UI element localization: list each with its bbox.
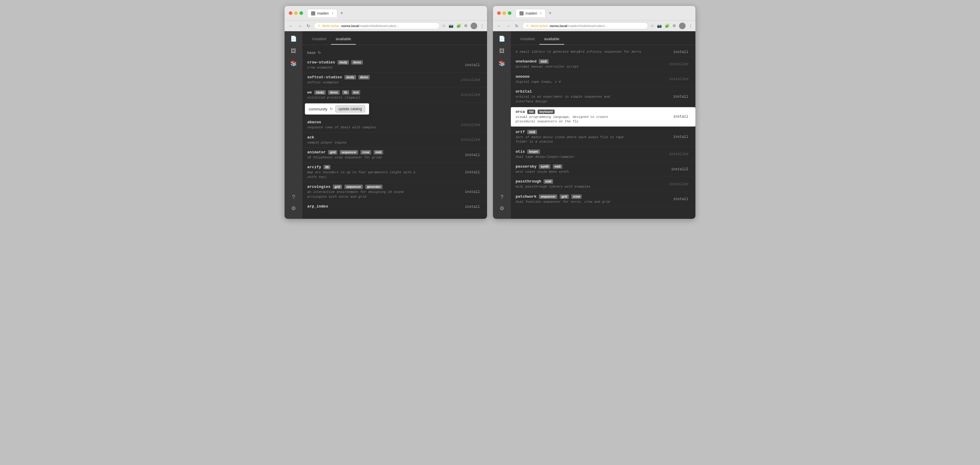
screenshot-icon-1[interactable]: 📷 [449,24,453,28]
tag-midi-onehanded: midi [539,59,549,64]
install-btn-passersby[interactable]: install2 [669,167,690,172]
forward-button-1[interactable]: → [296,23,303,29]
tab-available-1[interactable]: available [331,35,356,45]
tab-close-1[interactable]: × [332,12,333,15]
avatar-2[interactable] [679,22,686,29]
avatar-1[interactable] [471,22,477,29]
address-input-1[interactable]: ⚠ Nicht sicher norns.local/maiden/#edit/… [314,22,440,29]
bookmark-icon-1[interactable]: ☆ [442,24,445,28]
bookmark-icon-2[interactable]: ☆ [651,24,654,28]
package-info-patchwork: patchwork sequencer grid crow dual funct… [515,194,671,204]
tag-grid-patchwork: grid [560,194,569,199]
sidebar-settings-icon-2[interactable]: ⚙ [500,205,504,212]
main-tab-2[interactable]: maiden × [515,9,546,17]
not-secure-label-2: Nicht sicher [531,24,548,28]
sidebar-help-icon-2[interactable]: ? [500,194,503,201]
main-tab-1[interactable]: maiden × [307,9,337,17]
package-info-oooooo: oooooo digital tape loops, x 6 [515,75,667,84]
address-bar-2: ← → ↻ ⚠ Nicht sicher norns.local/maiden/… [493,21,695,31]
refresh-button-2[interactable]: ↻ [514,23,520,29]
base-refresh-icon[interactable]: ↻ [318,51,321,55]
sidebar-library-icon-2[interactable]: 📚 [499,60,505,67]
install-btn-arp-index[interactable]: install [463,205,482,209]
screenshot-icon-2[interactable]: 📷 [657,24,662,28]
more-icon-2[interactable]: ⋮ [689,24,692,28]
install-btn-animator[interactable]: install [463,153,482,157]
tag-lib-arcify: lib [324,165,331,169]
profile-icon-1[interactable]: ⚙ [464,24,468,28]
catalog-list-1: base ↻ crow-studies study demo crow exam… [302,45,487,215]
sidebar-file-icon[interactable]: 📄 [290,35,297,42]
tag-study-softcut: study [344,75,356,80]
back-button-2[interactable]: ← [496,23,503,29]
package-desc-passthrough: midi passthrough library with examples [515,185,667,189]
package-name-row-arcify: arcify lib [307,165,463,169]
install-btn-orca[interactable]: install [671,115,690,119]
package-info-onehanded: onehanded midi minimal manual controller… [515,59,667,69]
address-input-2[interactable]: ⚠ Nicht sicher norns.local/maiden/#edit/… [522,22,648,29]
package-name-patchwork-label: patchwork [515,194,536,199]
install-btn-orbital[interactable]: install [671,95,690,99]
address-domain-1: norns.local/maiden/#edit/dust/code/o... [341,24,399,28]
more-icon-1[interactable]: ⋮ [480,24,484,28]
update-catalog-button[interactable]: update catalog [335,105,365,113]
extension-icon-2[interactable]: 🧩 [665,24,670,28]
sidebar-file-icon-2[interactable]: 📄 [499,35,505,42]
tab-close-2[interactable]: × [540,12,542,15]
package-info-passthrough: passthrough midi midi passthrough librar… [515,179,667,189]
package-name-row-arcologies: arcologies grid sequencer generator [307,185,463,189]
install-btn-oooooo[interactable]: installed [667,77,690,81]
minimize-button[interactable] [294,11,298,15]
sidebar-image-icon-2[interactable]: 🖼 [499,48,504,54]
tag-looper-otis: looper [527,150,540,154]
tab-favicon-1 [311,11,315,16]
package-name-row-orca: orca hid keyboard [515,110,671,114]
install-btn-crow-studies[interactable]: install [463,63,482,67]
install-btn-otis[interactable]: installed [667,152,690,156]
sidebar-library-icon[interactable]: 📚 [290,60,297,67]
new-tab-button-1[interactable]: + [340,10,343,16]
install-btn-arcologies[interactable]: install [463,190,482,194]
install-btn-arcify[interactable]: install [463,170,482,174]
tab-available-2[interactable]: available [539,35,564,45]
new-tab-button-2[interactable]: + [549,10,551,16]
install-btn-ortf[interactable]: install [671,135,690,139]
extension-icon-1[interactable]: 🧩 [457,24,461,28]
close-button-2[interactable] [497,11,501,15]
profile-icon-2[interactable]: ⚙ [673,24,676,28]
install-btn-we[interactable]: installed [458,93,482,97]
refresh-button-1[interactable]: ↻ [305,23,311,29]
install-btn-onehanded[interactable]: installed [667,62,690,66]
sidebar-settings-icon[interactable]: ⚙ [291,205,296,212]
install-btn-softcut[interactable]: installed [458,78,482,82]
tag-synth-passersby: synth [539,164,550,169]
install-btn-ack[interactable]: installed [458,138,482,142]
tab-installed-2[interactable]: installed [515,35,539,45]
forward-button-2[interactable]: → [505,23,511,29]
close-button[interactable] [289,11,292,15]
security-warning-1: ⚠ [318,24,321,28]
package-name-row-patchwork: patchwork sequencer grid crow [515,194,671,199]
minimize-button-2[interactable] [503,11,506,15]
sidebar-help-icon[interactable]: ? [292,194,295,201]
install-btn-patchwork[interactable]: install [671,197,690,201]
sidebar-2: 📄 🖼 📚 ? ⚙ [493,31,511,219]
install-btn-abacus[interactable]: installed [458,123,482,127]
package-info-softcut-studies: softcut-studies study demo softcut examp… [307,75,458,85]
install-btn-top-partial[interactable]: install [671,50,690,54]
tab-installed-1[interactable]: installed [307,35,331,45]
package-info-ack: ack sample player engine [307,135,458,145]
install-btn-passthrough[interactable]: installed [667,182,690,186]
package-desc-top-partial: A small library to generate Nørgård infi… [515,50,671,54]
package-softcut-studies: softcut-studies study demo softcut examp… [302,73,487,88]
sidebar-image-icon[interactable]: 🖼 [291,48,296,54]
maximize-button-2[interactable] [508,11,511,15]
back-button-1[interactable]: ← [288,23,294,29]
package-passersby: passersby synth midi west coast style mo… [511,162,695,177]
maximize-button[interactable] [299,11,303,15]
package-arp-index: arp_index install [302,202,487,212]
package-desc-passersby: west coast style mono synth [515,170,669,174]
package-top-partial: A small library to generate Nørgård infi… [511,47,695,57]
catalog-tabs-1: installed available [302,31,487,45]
package-info-abacus: abacus sequence rows of beats with sampl… [307,120,458,130]
